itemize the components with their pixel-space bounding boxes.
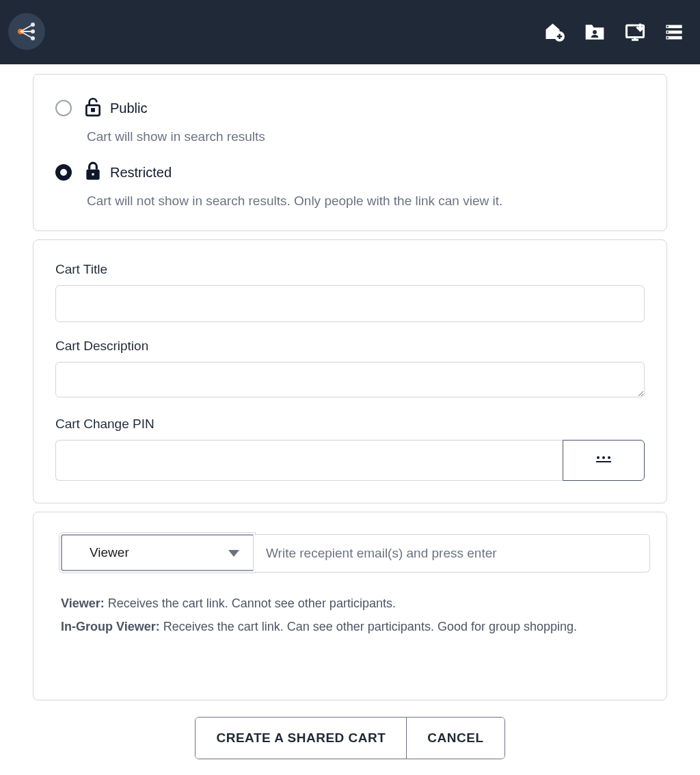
action-buttons: CREATE A SHARED CART CANCEL: [33, 717, 667, 759]
svg-line-4: [21, 25, 33, 31]
visibility-public-row[interactable]: Public: [55, 96, 645, 120]
svg-rect-17: [92, 109, 94, 111]
cart-description-label: Cart Description: [55, 339, 645, 354]
app-logo[interactable]: [8, 13, 45, 50]
ingroup-name: In-Group Viewer:: [61, 620, 160, 633]
svg-line-6: [21, 31, 33, 38]
button-group: CREATE A SHARED CART CANCEL: [195, 717, 504, 759]
svg-point-14: [667, 31, 669, 33]
svg-point-13: [667, 26, 669, 27]
svg-point-21: [602, 456, 605, 459]
list-menu-icon[interactable]: [664, 23, 684, 42]
radio-public[interactable]: [55, 100, 72, 116]
radio-restricted[interactable]: [55, 164, 72, 181]
cart-pin-label: Cart Change PIN: [55, 417, 645, 432]
pin-input-row: [55, 440, 645, 481]
cart-title-input[interactable]: [55, 285, 645, 322]
svg-rect-19: [92, 173, 94, 175]
visibility-restricted-row[interactable]: Restricted: [55, 161, 645, 184]
password-dots-icon: [595, 454, 612, 467]
header-icon-group: [544, 22, 684, 42]
viewer-role-desc: Viewer: Receives the cart link. Cannot s…: [61, 592, 645, 615]
home-add-icon[interactable]: [544, 22, 565, 42]
restricted-description: Cart will not show in search results. On…: [87, 194, 645, 209]
ingroup-role-desc: In-Group Viewer: Receives the cart link.…: [61, 615, 645, 638]
share-card: Viewer Viewer: Receives the cart link. C…: [33, 512, 667, 700]
share-logo-icon: [14, 19, 39, 44]
cart-details-card: Cart Title Cart Description Cart Change …: [33, 239, 667, 503]
cancel-button[interactable]: CANCEL: [407, 718, 504, 759]
svg-point-8: [593, 30, 597, 34]
cart-title-group: Cart Title: [55, 262, 645, 322]
role-select-value: Viewer: [90, 545, 129, 560]
svg-point-20: [597, 456, 600, 459]
pin-reveal-button[interactable]: [563, 440, 645, 481]
cart-title-label: Cart Title: [55, 262, 645, 277]
app-header: [0, 0, 700, 64]
viewer-name: Viewer:: [61, 596, 105, 610]
cart-description-group: Cart Description: [55, 339, 645, 400]
role-descriptions: Viewer: Receives the cart link. Cannot s…: [61, 592, 645, 638]
download-desktop-icon[interactable]: [625, 22, 645, 42]
ingroup-text: Receives the cart link. Can see other pa…: [160, 620, 577, 633]
public-description: Cart will show in search results: [87, 129, 645, 144]
role-select[interactable]: Viewer: [61, 534, 254, 571]
create-shared-cart-button[interactable]: CREATE A SHARED CART: [196, 718, 407, 759]
restricted-option: Restricted: [84, 161, 172, 184]
cart-description-input[interactable]: [55, 362, 645, 397]
lock-icon: [84, 161, 102, 184]
cart-pin-input[interactable]: [55, 440, 563, 481]
recipient-email-input[interactable]: [255, 534, 650, 573]
restricted-label: Restricted: [110, 165, 172, 181]
chevron-down-icon: [228, 545, 239, 560]
svg-point-15: [667, 37, 669, 38]
recipient-row: Viewer: [61, 534, 650, 573]
main-content: Public Cart will show in search results …: [0, 64, 700, 775]
public-label: Public: [110, 101, 147, 116]
visibility-card: Public Cart will show in search results …: [33, 74, 667, 231]
unlock-icon: [84, 96, 102, 120]
viewer-text: Receives the cart link. Cannot see other…: [105, 596, 396, 610]
svg-point-22: [608, 456, 610, 459]
folder-user-icon[interactable]: [584, 22, 606, 42]
cart-pin-group: Cart Change PIN: [55, 417, 645, 481]
public-option: Public: [84, 96, 147, 120]
